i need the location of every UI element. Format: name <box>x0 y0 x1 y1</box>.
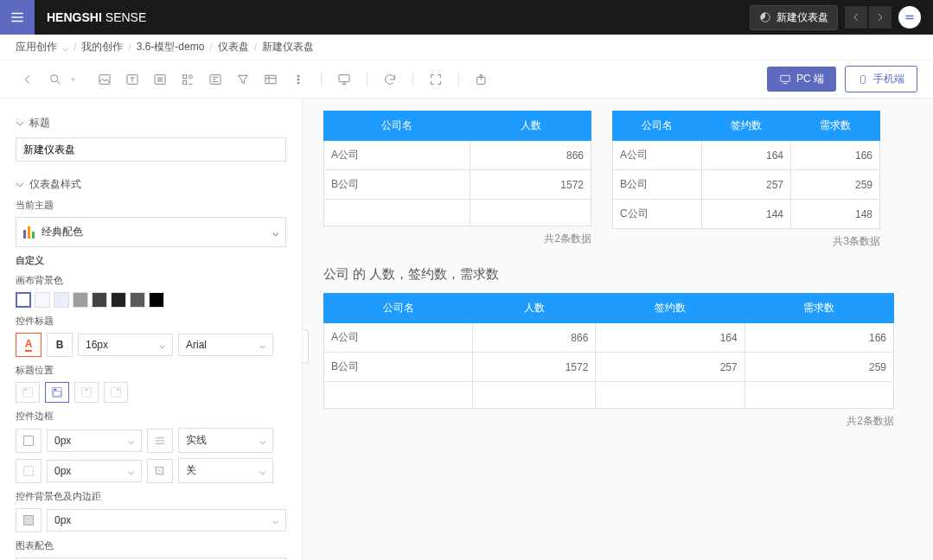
table-row[interactable]: C公司144148 <box>613 200 880 229</box>
chevron-down-icon: ⌵ <box>272 226 278 239</box>
image-button[interactable] <box>93 67 117 92</box>
table-header[interactable]: 人数 <box>473 294 596 323</box>
color-swatch[interactable] <box>73 292 88 308</box>
table-cell: 1572 <box>470 170 591 200</box>
custom-label: 自定义 <box>16 254 286 267</box>
breadcrumb-dashboards[interactable]: 仪表盘 <box>218 40 249 54</box>
color-swatch[interactable] <box>92 292 107 308</box>
border-style-select[interactable]: 实线⌵ <box>178 428 273 453</box>
chevron-down-icon[interactable]: ▾ <box>71 75 75 84</box>
font-family-select[interactable]: Arial⌵ <box>178 334 273 356</box>
shape-button[interactable] <box>176 67 200 92</box>
table-header[interactable]: 需求数 <box>744 294 893 323</box>
color-swatch[interactable] <box>111 292 126 308</box>
table-cell: 166 <box>744 323 893 353</box>
grid-icon <box>264 73 278 86</box>
padding-select[interactable]: 0px⌵ <box>47 509 286 531</box>
table-header[interactable]: 公司名 <box>324 111 470 141</box>
table-row[interactable]: A公司866164166 <box>324 323 894 353</box>
table-row[interactable] <box>324 382 894 409</box>
font-color-button[interactable]: A <box>16 333 42 357</box>
user-avatar[interactable] <box>898 6 921 29</box>
border-shadow-icon-box <box>147 459 173 483</box>
svg-point-15 <box>297 82 299 84</box>
list-button[interactable] <box>148 67 172 92</box>
chevron-down-icon[interactable]: ⌵ <box>62 41 68 54</box>
table-header[interactable]: 人数 <box>470 111 591 141</box>
border-shadow-value: 关 <box>186 463 196 478</box>
table-header[interactable]: 公司名 <box>324 294 473 323</box>
present-button[interactable] <box>332 67 356 92</box>
svg-point-14 <box>297 79 299 80</box>
section-title-toggle[interactable]: 标题 <box>16 116 286 130</box>
breadcrumb-my[interactable]: 我的创作 <box>81 40 123 54</box>
nav-next-button[interactable] <box>869 6 891 29</box>
border-width-select[interactable]: 0px⌵ <box>47 430 142 452</box>
chevron-down-icon <box>16 181 24 189</box>
table-row[interactable]: B公司257259 <box>613 170 880 200</box>
table-card-2[interactable]: 公司名签约数需求数A公司164166B公司257259C公司144148 共3条… <box>612 111 880 249</box>
section-style-toggle[interactable]: 仪表盘样式 <box>16 177 286 192</box>
svg-rect-8 <box>183 74 187 78</box>
nav-prev-button[interactable] <box>845 6 867 29</box>
color-swatch[interactable] <box>54 292 69 308</box>
svg-rect-21 <box>24 389 28 391</box>
fullscreen-button[interactable] <box>424 67 448 92</box>
dashboard-canvas[interactable]: 公司名人数A公司866B公司1572 共2条数据 公司名签约数需求数A公司164… <box>303 99 933 560</box>
table-header[interactable]: 公司名 <box>613 111 702 141</box>
table-card-1[interactable]: 公司名人数A公司866B公司1572 共2条数据 <box>323 111 591 249</box>
align-center[interactable] <box>74 382 99 403</box>
align-icon <box>80 386 93 398</box>
color-swatch[interactable] <box>16 292 31 308</box>
chevron-down-icon: ⌵ <box>128 435 134 447</box>
align-button[interactable] <box>203 67 227 92</box>
align-top-left[interactable] <box>16 382 40 403</box>
border-shadow-select[interactable]: 关⌵ <box>178 458 273 483</box>
svg-point-13 <box>297 75 299 77</box>
device-mobile-button[interactable]: 手机端 <box>845 66 917 92</box>
svg-rect-2 <box>906 16 914 17</box>
color-swatch[interactable] <box>149 292 164 308</box>
back-button[interactable] <box>16 67 40 92</box>
breadcrumb-app[interactable]: 应用创作 <box>16 40 57 54</box>
device-pc-button[interactable]: PC 端 <box>767 67 836 92</box>
table-row[interactable]: B公司1572257259 <box>324 353 894 382</box>
table-header[interactable]: 签约数 <box>702 111 791 141</box>
color-swatch[interactable] <box>130 292 145 308</box>
breadcrumb-model[interactable]: 3.6-模型-demo <box>137 40 205 54</box>
more-button[interactable] <box>286 67 310 92</box>
font-size-select[interactable]: 16px⌵ <box>78 334 173 356</box>
grid-button[interactable] <box>259 67 283 92</box>
border-radius-icon-box <box>16 459 42 483</box>
color-swatch[interactable] <box>35 292 50 308</box>
align-left[interactable] <box>45 382 69 403</box>
panel-collapse-handle[interactable] <box>303 329 309 364</box>
filter-button[interactable] <box>231 67 255 92</box>
dashboard-title-input[interactable] <box>16 137 286 162</box>
font-bold-button[interactable]: B <box>47 333 73 357</box>
hamburger-menu-button[interactable] <box>0 0 35 35</box>
table-row[interactable] <box>324 200 591 226</box>
chevron-down-icon: ⌵ <box>128 465 134 477</box>
table-card-3[interactable]: 公司名人数签约数需求数A公司866164166B公司1572257259 共2条… <box>323 293 894 429</box>
new-dashboard-button[interactable]: 新建仪表盘 <box>750 5 838 30</box>
table-row[interactable]: A公司164166 <box>613 141 880 170</box>
table-row[interactable]: A公司866 <box>324 141 591 170</box>
border-radius-select[interactable]: 0px⌵ <box>47 460 142 482</box>
ctrl-title-label: 控件标题 <box>16 315 286 328</box>
font-family-value: Arial <box>186 339 207 351</box>
toolbar: ▾ PC 端 手机端 <box>0 60 933 99</box>
fill-icon <box>22 513 35 527</box>
table-row[interactable]: B公司1572 <box>324 170 591 200</box>
table-header[interactable]: 签约数 <box>596 294 744 323</box>
top-bar: HENGSHISENSE 新建仪表盘 <box>0 0 933 35</box>
svg-rect-28 <box>117 389 120 391</box>
text-button[interactable] <box>120 67 144 92</box>
refresh-button[interactable] <box>378 67 402 92</box>
table-header[interactable]: 需求数 <box>791 111 880 141</box>
share-button[interactable] <box>470 67 494 92</box>
align-right[interactable] <box>104 382 128 403</box>
theme-select[interactable]: 经典配色 ⌵ <box>16 217 286 247</box>
svg-rect-24 <box>54 391 61 396</box>
zoom-button[interactable] <box>43 67 67 92</box>
